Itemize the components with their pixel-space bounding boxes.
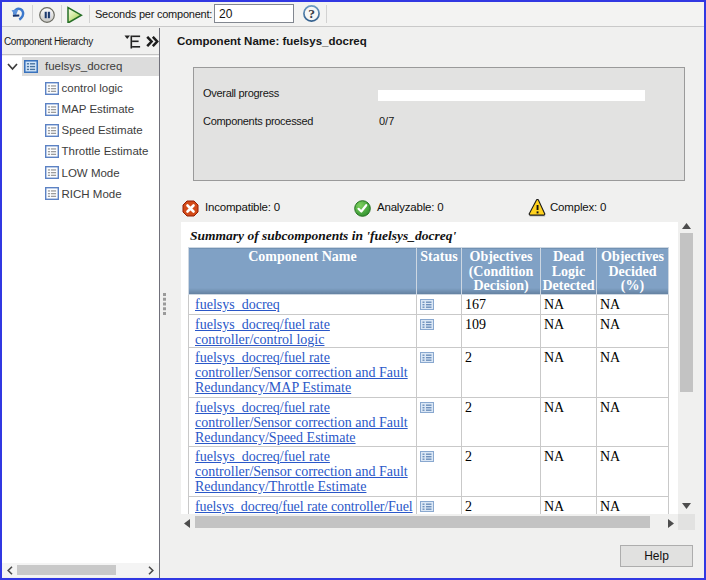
svg-text:?: ?: [308, 6, 315, 21]
